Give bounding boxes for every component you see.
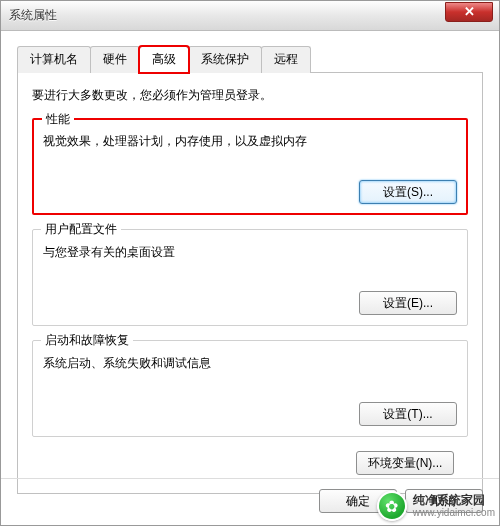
environment-variables-button[interactable]: 环境变量(N)... xyxy=(356,451,454,475)
watermark-brand: 纯净系统家园 xyxy=(413,494,495,507)
tab-hardware[interactable]: 硬件 xyxy=(90,46,140,73)
startup-settings-button[interactable]: 设置(T)... xyxy=(359,402,457,426)
close-icon: ✕ xyxy=(464,4,475,19)
group-startup-recovery-desc: 系统启动、系统失败和调试信息 xyxy=(43,355,457,372)
group-startup-recovery-button-row: 设置(T)... xyxy=(43,402,457,426)
watermark-text: 纯净系统家园 www.yidaimei.com xyxy=(413,494,495,518)
group-user-profiles-button-row: 设置(E)... xyxy=(43,291,457,315)
performance-settings-button[interactable]: 设置(S)... xyxy=(359,180,457,204)
tab-remote[interactable]: 远程 xyxy=(261,46,311,73)
group-user-profiles: 用户配置文件 与您登录有关的桌面设置 设置(E)... xyxy=(32,229,468,326)
tab-computer-name[interactable]: 计算机名 xyxy=(17,46,91,73)
group-performance-button-row: 设置(S)... xyxy=(43,180,457,204)
watermark-logo-icon: ✿ xyxy=(377,491,407,521)
group-startup-recovery-title: 启动和故障恢复 xyxy=(41,332,133,349)
watermark-url: www.yidaimei.com xyxy=(413,507,495,518)
group-performance: 性能 视觉效果，处理器计划，内存使用，以及虚拟内存 设置(S)... xyxy=(32,118,468,215)
tab-system-protection[interactable]: 系统保护 xyxy=(188,46,262,73)
close-button[interactable]: ✕ xyxy=(445,2,493,22)
group-user-profiles-desc: 与您登录有关的桌面设置 xyxy=(43,244,457,261)
group-performance-title: 性能 xyxy=(42,111,74,128)
watermark: ✿ 纯净系统家园 www.yidaimei.com xyxy=(377,491,495,521)
titlebar: 系统属性 ✕ xyxy=(1,1,499,31)
content-area: 计算机名 硬件 高级 系统保护 远程 要进行大多数更改，您必须作为管理员登录。 … xyxy=(1,31,499,504)
tab-strip: 计算机名 硬件 高级 系统保护 远程 xyxy=(17,45,483,73)
group-startup-recovery: 启动和故障恢复 系统启动、系统失败和调试信息 设置(T)... xyxy=(32,340,468,437)
admin-notice: 要进行大多数更改，您必须作为管理员登录。 xyxy=(32,87,468,104)
profiles-settings-button[interactable]: 设置(E)... xyxy=(359,291,457,315)
tab-advanced[interactable]: 高级 xyxy=(139,46,189,73)
group-performance-desc: 视觉效果，处理器计划，内存使用，以及虚拟内存 xyxy=(43,133,457,150)
tab-panel-advanced: 要进行大多数更改，您必须作为管理员登录。 性能 视觉效果，处理器计划，内存使用，… xyxy=(17,73,483,494)
group-user-profiles-title: 用户配置文件 xyxy=(41,221,121,238)
window-title: 系统属性 xyxy=(9,7,57,24)
system-properties-window: 系统属性 ✕ 计算机名 硬件 高级 系统保护 远程 要进行大多数更改，您必须作为… xyxy=(0,0,500,526)
env-button-row: 环境变量(N)... xyxy=(32,451,468,475)
